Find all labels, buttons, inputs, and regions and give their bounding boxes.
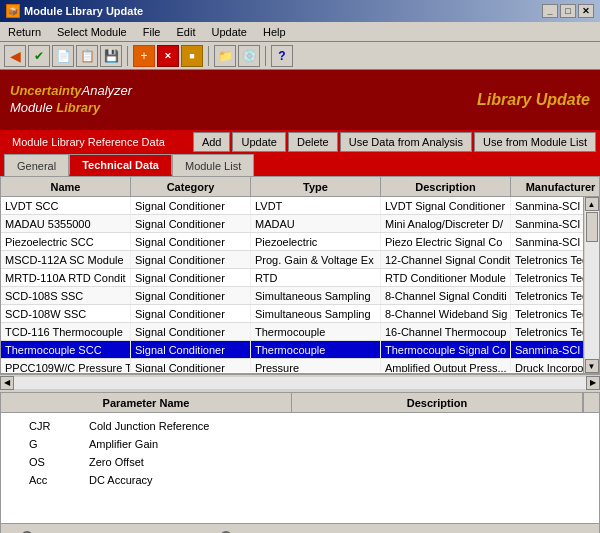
param-description: Zero Offset [89, 456, 591, 468]
horiz-scroll-track[interactable] [14, 377, 586, 389]
cell-category: Signal Conditioner [131, 323, 251, 340]
tab-general[interactable]: General [4, 154, 69, 176]
delete-button[interactable]: ✕ [157, 45, 179, 67]
scroll-down-button[interactable]: ▼ [585, 359, 599, 373]
cell-name: Thermocouple SCC [1, 341, 131, 358]
table-row[interactable]: LVDT SCCSignal ConditionerLVDTLVDT Signa… [1, 197, 599, 215]
cell-type: Pressure [251, 359, 381, 372]
tab-module-list[interactable]: Module List [172, 154, 254, 176]
copy-button[interactable]: ■ [181, 45, 203, 67]
cell-description: 12-Channel Signal Conditi [381, 251, 511, 268]
logo-uncertainty: Uncertainty [10, 83, 82, 98]
folder-button[interactable]: 📁 [214, 45, 236, 67]
update-button[interactable]: Update [232, 132, 285, 152]
separator-3 [265, 46, 266, 66]
menu-update[interactable]: Update [207, 25, 250, 39]
cell-description: 8-Channel Wideband Sig [381, 305, 511, 322]
param-row: GAmplifier Gain [9, 435, 591, 453]
cell-category: Signal Conditioner [131, 341, 251, 358]
header-banner: UncertaintyAnalyzer Module Library Libra… [0, 70, 600, 130]
add-module-button[interactable]: Add [193, 132, 231, 152]
add-button[interactable]: + [133, 45, 155, 67]
separator-2 [208, 46, 209, 66]
use-from-module-list-button[interactable]: Use from Module List [474, 132, 596, 152]
param-name: G [9, 438, 89, 450]
cell-description: Piezo Electric Signal Co [381, 233, 511, 250]
cell-category: Signal Conditioner [131, 197, 251, 214]
cell-description: 16-Channel Thermocoup [381, 323, 511, 340]
menu-help[interactable]: Help [259, 25, 290, 39]
cell-description: Thermocouple Signal Co [381, 341, 511, 358]
use-data-from-analysis-button[interactable]: Use Data from Analysis [340, 132, 472, 152]
menu-return[interactable]: Return [4, 25, 45, 39]
cell-name: TCD-116 Thermocouple [1, 323, 131, 340]
table-row[interactable]: Piezoelectric SCCSignal ConditionerPiezo… [1, 233, 599, 251]
cell-category: Signal Conditioner [131, 305, 251, 322]
save-file-button[interactable]: 💾 [100, 45, 122, 67]
menu-bar: Return Select Module File Edit Update He… [0, 22, 600, 42]
horiz-scrollbar[interactable]: ◀ ▶ [0, 374, 600, 390]
window-icon: 📦 [6, 4, 20, 18]
table-body[interactable]: LVDT SCCSignal ConditionerLVDTLVDT Signa… [1, 197, 599, 372]
cell-category: Signal Conditioner [131, 269, 251, 286]
delete-module-button[interactable]: Delete [288, 132, 338, 152]
new-file-button[interactable]: 📄 [52, 45, 74, 67]
title-bar-text: Module Library Update [24, 5, 143, 17]
check-button[interactable]: ✔ [28, 45, 50, 67]
cell-category: Signal Conditioner [131, 233, 251, 250]
cell-type: LVDT [251, 197, 381, 214]
table-row[interactable]: PPCC109W/C Pressure Tr...Signal Conditio… [1, 359, 599, 372]
menu-select-module[interactable]: Select Module [53, 25, 131, 39]
param-description: DC Accuracy [89, 474, 591, 486]
cell-name: MADAU 5355000 [1, 215, 131, 232]
cell-type: RTD [251, 269, 381, 286]
cell-description: Amplified Output Press... [381, 359, 511, 372]
cell-type: Thermocouple [251, 341, 381, 358]
help-button[interactable]: ? [271, 45, 293, 67]
maximize-button[interactable]: □ [560, 4, 576, 18]
bottom-panel: Parameter Name Description CJRCold Junct… [0, 392, 600, 533]
col-name: Name [1, 177, 131, 196]
title-bar: 📦 Module Library Update _ □ ✕ [0, 0, 600, 22]
cell-type: Prog. Gain & Voltage Ex [251, 251, 381, 268]
table-row[interactable]: Thermocouple SCCSignal ConditionerThermo… [1, 341, 599, 359]
library-update-label: Library Update [477, 91, 590, 109]
table-row[interactable]: MADAU 5355000Signal ConditionerMADAUMini… [1, 215, 599, 233]
tab-technical-data[interactable]: Technical Data [69, 154, 172, 176]
cell-name: MRTD-110A RTD Condit [1, 269, 131, 286]
action-bar: Module Library Reference Data Add Update… [0, 130, 600, 154]
cell-name: SCD-108S SSC [1, 287, 131, 304]
col-category: Category [131, 177, 251, 196]
table-row[interactable]: TCD-116 ThermocoupleSignal ConditionerTh… [1, 323, 599, 341]
scroll-left-button[interactable]: ◀ [0, 376, 14, 390]
disk-button[interactable]: 💿 [238, 45, 260, 67]
menu-edit[interactable]: Edit [172, 25, 199, 39]
scroll-thumb[interactable] [586, 212, 598, 242]
open-file-button[interactable]: 📋 [76, 45, 98, 67]
logo-module: Module [10, 100, 53, 115]
table-row[interactable]: MSCD-112A SC ModuleSignal ConditionerPro… [1, 251, 599, 269]
col-type: Type [251, 177, 381, 196]
close-button[interactable]: ✕ [578, 4, 594, 18]
param-row: AccDC Accuracy [9, 471, 591, 489]
radio-options-row: Show Parameters from Database Show Param… [1, 523, 599, 533]
cell-category: Signal Conditioner [131, 251, 251, 268]
cell-name: MSCD-112A SC Module [1, 251, 131, 268]
table-row[interactable]: MRTD-110A RTD ConditSignal ConditionerRT… [1, 269, 599, 287]
minimize-button[interactable]: _ [542, 4, 558, 18]
param-row: CJRCold Junction Reference [9, 417, 591, 435]
menu-file[interactable]: File [139, 25, 165, 39]
cell-type: Piezoelectric [251, 233, 381, 250]
bottom-col-param-name: Parameter Name [1, 393, 292, 412]
tabs-row: General Technical Data Module List [0, 154, 600, 176]
table-scrollbar[interactable]: ▲ ▼ [583, 197, 599, 373]
table-row[interactable]: SCD-108W SSCSignal ConditionerSimultaneo… [1, 305, 599, 323]
scroll-right-button[interactable]: ▶ [586, 376, 600, 390]
bottom-table-header: Parameter Name Description [1, 393, 599, 413]
back-button[interactable]: ◀ [4, 45, 26, 67]
param-description: Cold Junction Reference [89, 420, 591, 432]
param-name: CJR [9, 420, 89, 432]
scroll-up-button[interactable]: ▲ [585, 197, 599, 211]
param-name: Acc [9, 474, 89, 486]
table-row[interactable]: SCD-108S SSCSignal ConditionerSimultaneo… [1, 287, 599, 305]
